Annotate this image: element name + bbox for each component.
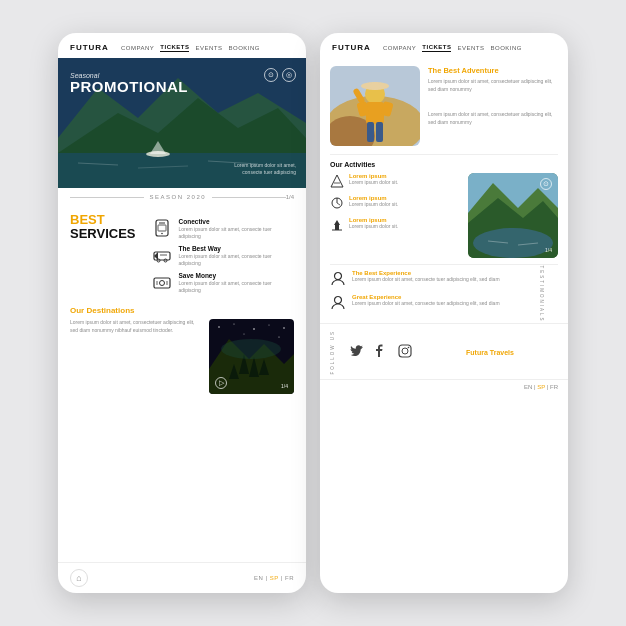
p2-activities-list: Lorem ipsum Lorem ipsum dolor sit.	[330, 173, 460, 258]
p2-testimonial-text-2: Great Experience Lorem ipsum dolor sit a…	[352, 294, 500, 307]
destinations-play-icon[interactable]: ▷	[215, 377, 227, 389]
svg-rect-11	[158, 225, 166, 231]
season-num: 1/4	[286, 194, 294, 200]
p2-footer: EN | SP | FR	[320, 379, 568, 394]
services-label: SERVICES	[70, 227, 136, 240]
footer-lang[interactable]: EN | SP | FR	[254, 575, 294, 581]
p2-hero-desc2: Lorem ipsum dolor sit amet, consectetuer…	[428, 111, 558, 126]
p2-testimonial-1: The Best Experience Lorem ipsum dolor si…	[330, 270, 558, 289]
p2-testimonials-section: TESTIMONIALS The Best Experience Lorem i…	[320, 265, 568, 323]
services-section: BEST SERVICES	[58, 206, 306, 300]
service-desc-connective: Lorem ipsum dolor sit amet, consecte tue…	[179, 226, 294, 240]
p2-activities-row: Lorem ipsum Lorem ipsum dolor sit.	[330, 173, 558, 258]
phone1-nav: FUTURA COMPANY TICKETS EVENTS BOOKING	[58, 33, 306, 58]
svg-rect-45	[367, 122, 374, 142]
svg-point-24	[233, 323, 234, 324]
svg-rect-46	[376, 122, 383, 142]
destinations-title: Destinations	[86, 306, 134, 315]
service-text-connective: Conective Lorem ipsum dolor sit amet, co…	[179, 218, 294, 240]
svg-point-35	[221, 339, 281, 359]
p2-activity-icon-3	[330, 218, 344, 234]
p2-nav-link-company[interactable]: COMPANY	[383, 45, 416, 51]
best-label: BEST	[70, 212, 136, 227]
p2-footer-lang[interactable]: EN | SP | FR	[524, 384, 558, 390]
service-icon-savemoney	[152, 272, 172, 292]
phone2-brand: FUTURA	[332, 43, 371, 52]
p2-activity-2: Lorem ipsum Lorem ipsum dolor sit.	[330, 195, 460, 212]
phone1-footer: ⌂ EN | SP | FR	[58, 562, 306, 593]
follow-us-label: FOLLOW US	[330, 330, 335, 375]
p2-social-name: Futura Travels	[422, 349, 558, 356]
service-text-bestway: The Best Way Lorem ipsum dolor sit amet,…	[179, 245, 294, 267]
destinations-image: 1/4 ▷	[209, 319, 294, 394]
hero-icons: ⊙ ◎	[264, 68, 296, 82]
p2-testimonial-desc-1: Lorem ipsum dolor sit amet, consecte tue…	[352, 276, 500, 283]
svg-rect-65	[399, 345, 411, 357]
p2-hero-text: The Best Adventure Lorem ipsum dolor sit…	[428, 66, 558, 146]
service-desc-bestway: Lorem ipsum dolor sit amet, consecte tue…	[179, 253, 294, 267]
service-desc-savemoney: Lorem ipsum dolor sit amet, consecte tue…	[179, 280, 294, 294]
service-icon-bestway	[152, 245, 172, 265]
p2-activity-1: Lorem ipsum Lorem ipsum dolor sit.	[330, 173, 460, 190]
p2-activity-desc-3: Lorem ipsum dolor sit.	[349, 223, 398, 230]
svg-point-12	[161, 233, 163, 235]
p2-activity-text-3: Lorem ipsum Lorem ipsum dolor sit.	[349, 217, 398, 230]
hero-desc: Lorem ipsum dolor sit amet, consecte tue…	[226, 162, 296, 176]
facebook-icon[interactable]	[374, 344, 388, 361]
p2-footer-lang-sp[interactable]: SP	[537, 384, 545, 390]
p2-activities-section: Our Activities Lorem ipsum Lore	[320, 155, 568, 264]
p2-activity-icon-2	[330, 196, 344, 212]
season-text: SEASON 2020	[144, 194, 213, 200]
nav-link-booking[interactable]: BOOKING	[228, 45, 260, 51]
p2-testimonial-icon-1	[330, 270, 346, 289]
p2-hero-desc1: Lorem ipsum dolor sit amet, consectetuer…	[428, 78, 558, 93]
p2-activity-icon-1	[330, 174, 344, 190]
nav-link-tickets[interactable]: TICKETS	[160, 44, 189, 52]
footer-home-icon[interactable]: ⌂	[70, 569, 88, 587]
hero-icon-2[interactable]: ◎	[282, 68, 296, 82]
nav-link-company[interactable]: COMPANY	[121, 45, 154, 51]
svg-point-26	[268, 324, 269, 325]
p2-testimonial-desc-2: Lorem ipsum dolor sit amet, consecte tue…	[352, 300, 500, 307]
destinations-content: Lorem ipsum dolor sit amet, consectetuer…	[70, 319, 294, 394]
p2-activity-text-1: Lorem ipsum Lorem ipsum dolor sit.	[349, 173, 398, 186]
service-title-bestway: The Best Way	[179, 245, 294, 252]
p2-hero-image	[330, 66, 420, 146]
p2-nav-link-booking[interactable]: BOOKING	[490, 45, 522, 51]
p2-nature-image: 1/4 ⊙	[468, 173, 558, 258]
instagram-icon[interactable]	[398, 344, 412, 361]
p2-activity-3: Lorem ipsum Lorem ipsum dolor sit.	[330, 217, 460, 234]
phones-container: FUTURA COMPANY TICKETS EVENTS BOOKING	[38, 13, 588, 613]
phone-2: FUTURA COMPANY TICKETS EVENTS BOOKING	[320, 33, 568, 593]
svg-point-29	[278, 336, 279, 337]
p2-hero-title: The Best Adventure	[428, 66, 558, 75]
svg-point-25	[253, 328, 255, 330]
svg-point-67	[408, 346, 410, 348]
svg-point-28	[244, 334, 245, 335]
svg-rect-41	[370, 82, 380, 90]
phone-1: FUTURA COMPANY TICKETS EVENTS BOOKING	[58, 33, 306, 593]
hero-icon-1[interactable]: ⊙	[264, 68, 278, 82]
p2-nav-link-tickets[interactable]: TICKETS	[422, 44, 451, 52]
nav-link-events[interactable]: EVENTS	[195, 45, 222, 51]
destinations-text: Lorem ipsum dolor sit amet, consectetuer…	[70, 319, 201, 334]
hero-background: Seasonal PROMOTIONAL ⊙ ◎ Lorem ipsum dol…	[58, 58, 306, 188]
hero-text: Seasonal PROMOTIONAL	[70, 72, 188, 96]
service-item-bestway: The Best Way Lorem ipsum dolor sit amet,…	[152, 245, 294, 267]
svg-line-52	[337, 203, 340, 205]
svg-point-64	[335, 297, 342, 304]
p2-hero-section: The Best Adventure Lorem ipsum dolor sit…	[320, 58, 568, 154]
p2-nature-settings-icon[interactable]: ⊙	[540, 178, 552, 190]
svg-point-23	[218, 326, 220, 328]
testimonials-vertical-label: TESTIMONIALS	[539, 265, 544, 322]
p2-activity-desc-2: Lorem ipsum dolor sit.	[349, 201, 398, 208]
twitter-icon[interactable]	[350, 344, 364, 361]
season-bar: SEASON 2020 1/4	[58, 188, 306, 206]
p2-activity-text-2: Lorem ipsum Lorem ipsum dolor sit.	[349, 195, 398, 208]
hero-promo: PROMOTIONAL	[70, 79, 188, 96]
footer-lang-sp[interactable]: SP	[270, 575, 279, 581]
destinations-counter: 1/4	[281, 383, 288, 389]
svg-marker-53	[334, 220, 340, 225]
p2-nav-link-events[interactable]: EVENTS	[457, 45, 484, 51]
service-icon-connective	[152, 218, 172, 238]
